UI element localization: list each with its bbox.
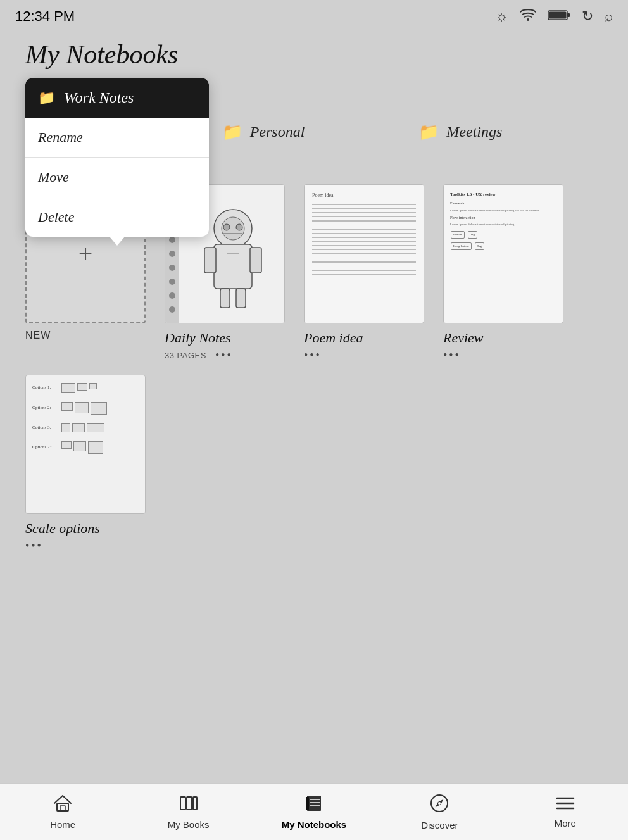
compass-icon — [430, 794, 449, 817]
poem-line — [312, 270, 416, 271]
spiral-dot — [169, 251, 175, 257]
nav-my-books-label: My Books — [168, 819, 210, 830]
review-name: Review — [443, 330, 484, 346]
review-section2: Flow interaction — [450, 215, 556, 222]
nav-more-label: More — [555, 818, 576, 829]
review-section: Elements — [450, 201, 556, 207]
review-meta: ••• — [443, 349, 563, 362]
daily-notes-options[interactable]: ••• — [215, 349, 233, 362]
folder-item-meetings[interactable]: 📁 Meetings — [418, 122, 603, 142]
review-buttons-area: Button Tag Long button Tag — [450, 230, 556, 251]
svg-rect-20 — [307, 796, 321, 811]
review-options[interactable]: ••• — [443, 349, 461, 362]
context-menu-arrow — [110, 237, 125, 246]
context-menu-header: 📁 Work Notes — [25, 78, 209, 118]
scale-boxes — [61, 383, 97, 393]
poem-line — [312, 237, 416, 238]
poem-line — [312, 266, 416, 267]
scale-box — [73, 441, 86, 451]
notebooks-icon — [305, 794, 323, 817]
svg-rect-3 — [550, 12, 567, 19]
folder-icon: 📁 — [222, 122, 242, 142]
svg-rect-9 — [220, 289, 230, 308]
nav-more[interactable]: More — [527, 795, 603, 829]
scale-box — [61, 402, 73, 411]
context-menu-rename[interactable]: Rename — [25, 118, 209, 158]
wifi-icon — [520, 8, 536, 25]
scale-boxes — [61, 402, 107, 415]
context-menu: 📁 Work Notes Rename Move Delete — [25, 78, 209, 246]
poem-line — [312, 229, 416, 230]
poem-idea-thumbnail: Poem idea — [304, 184, 424, 323]
scale-label: Options 1: — [32, 385, 58, 391]
poem-line — [312, 241, 416, 242]
nav-my-books[interactable]: My Books — [151, 794, 227, 830]
scale-row-1: Options 1: — [32, 383, 139, 393]
nav-home[interactable]: Home — [25, 794, 101, 830]
poem-title: Poem idea — [312, 192, 416, 198]
review-text: Lorem ipsum dolor sit amet consectetur a… — [450, 208, 556, 213]
sync-icon[interactable]: ↻ — [582, 8, 593, 25]
review-box: Long button — [451, 242, 472, 250]
context-menu-title: Work Notes — [64, 89, 134, 106]
poem-line — [312, 220, 416, 222]
content-area: 📁 Work Notes 📁 Work Notes Rename Move De… — [0, 116, 628, 559]
scale-row-2: Options 2: — [32, 402, 139, 415]
spiral-dot — [169, 279, 175, 285]
search-icon[interactable]: ⌕ — [605, 8, 613, 25]
poem-line — [312, 249, 416, 251]
scale-thumb-inner: Options 1: Options 2: — [26, 375, 145, 513]
folder-item-personal[interactable]: 📁 Personal — [222, 122, 406, 142]
svg-rect-18 — [187, 797, 192, 810]
context-menu-box: 📁 Work Notes Rename Move Delete — [25, 78, 209, 237]
review-text2: Lorem ipsum dolor sit amet consectetur a… — [450, 222, 556, 227]
nav-discover-label: Discover — [421, 820, 458, 831]
scale-row-4: Options 2': — [32, 441, 139, 454]
books-icon — [179, 794, 198, 817]
review-box: Tag — [468, 231, 477, 239]
svg-rect-2 — [567, 13, 570, 17]
poem-line — [312, 212, 416, 213]
context-menu-move[interactable]: Move — [25, 158, 209, 197]
scale-boxes — [61, 423, 104, 432]
poem-idea-options[interactable]: ••• — [304, 349, 322, 362]
poem-idea-name: Poem idea — [304, 330, 363, 346]
poem-line — [312, 258, 416, 259]
poem-line — [312, 225, 416, 226]
nav-my-notebooks-label: My Notebooks — [282, 819, 347, 830]
nav-home-label: Home — [50, 819, 75, 830]
svg-point-27 — [438, 802, 441, 805]
review-thumbnail: Toolkits 1.6 - UX review Elements Lorem … — [443, 184, 563, 323]
daily-notes-meta: 33 PAGES ••• — [165, 349, 285, 362]
review-button-row: Button Tag — [450, 230, 556, 239]
context-menu-delete[interactable]: Delete — [25, 197, 209, 237]
home-icon — [53, 794, 72, 817]
notebook-poem-idea[interactable]: Poem idea — [304, 184, 424, 362]
scale-options-options[interactable]: ••• — [25, 539, 43, 553]
scale-box — [61, 441, 72, 449]
spiral-dot — [169, 292, 175, 299]
scale-box — [77, 383, 87, 391]
scale-row-3: Options 3: — [32, 423, 139, 432]
status-bar: 12:34 PM ☼ ↻ ⌕ — [0, 0, 628, 33]
menu-icon — [556, 795, 575, 815]
nav-discover[interactable]: Discover — [401, 794, 477, 831]
svg-rect-6 — [214, 244, 252, 289]
notebook-scale-options[interactable]: Options 1: Options 2: — [25, 375, 146, 553]
poem-line — [312, 274, 416, 275]
nav-my-notebooks[interactable]: My Notebooks — [276, 794, 352, 830]
scale-options-meta: ••• — [25, 539, 146, 553]
context-menu-folder-icon: 📁 — [38, 90, 55, 106]
context-menu-items: Rename Move Delete — [25, 118, 209, 237]
poem-line — [312, 233, 416, 234]
svg-rect-19 — [193, 797, 197, 810]
scale-box — [75, 402, 89, 413]
notebook-review[interactable]: Toolkits 1.6 - UX review Elements Lorem … — [443, 184, 563, 362]
svg-rect-8 — [250, 248, 261, 273]
svg-rect-16 — [60, 806, 65, 811]
scale-boxes — [61, 441, 103, 454]
new-notebook-label: NEW — [25, 330, 51, 341]
svg-point-0 — [527, 18, 529, 21]
folder-name-personal: Personal — [250, 123, 305, 141]
folder-work-notes-wrapper: 📁 Work Notes 📁 Work Notes Rename Move De… — [25, 122, 210, 142]
